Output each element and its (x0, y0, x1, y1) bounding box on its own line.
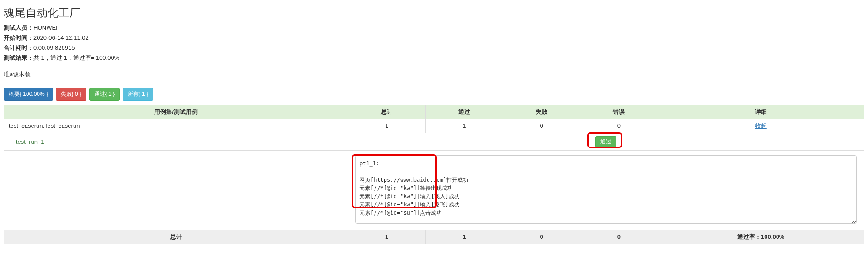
col-header-detail: 详细 (658, 105, 864, 119)
meta-tester: 测试人员：HUNWEI (4, 24, 864, 32)
meta-result: 测试结果：共 1，通过 1，通过率= 100.00% (4, 54, 864, 62)
case-row: test_run_1 通过 (4, 133, 864, 150)
col-header-fail: 失败 (503, 105, 580, 119)
case-status-badge[interactable]: 通过 (595, 136, 616, 147)
case-log-spacer (4, 150, 348, 230)
filter-all-button[interactable]: 所有{ 1 } (123, 88, 153, 101)
page-title: 魂尾自动化工厂 (4, 5, 864, 20)
suite-total: 1 (348, 119, 425, 133)
case-status-wrap: 通过 (595, 136, 616, 147)
suite-pass: 1 (425, 119, 503, 133)
filter-pass-button[interactable]: 通过{ 1 } (89, 88, 120, 101)
suite-row: test_caserun.Test_caserun 1 1 0 0 收起 (4, 119, 864, 133)
case-log-wrap (353, 155, 859, 225)
report-description: 唯a饭木领 (4, 70, 864, 79)
footer-pass: 1 (425, 230, 503, 244)
results-table: 用例集/测试用例 总计 通过 失败 错误 详细 test_caserun.Tes… (4, 105, 864, 244)
meta-duration-value: 0:00:09.826915 (33, 44, 75, 51)
meta-result-label: 测试结果： (4, 54, 33, 61)
suite-name: test_caserun.Test_caserun (4, 119, 348, 133)
footer-row: 总计 1 1 0 0 通过率：100.00% (4, 230, 864, 244)
filter-fail-button[interactable]: 失败{ 0 } (56, 88, 86, 101)
case-name: test_run_1 (4, 133, 348, 150)
case-log-row (4, 150, 864, 230)
col-header-case: 用例集/测试用例 (4, 105, 348, 119)
meta-tester-value: HUNWEI (33, 24, 58, 31)
filter-summary-button[interactable]: 概要{ 100.00% } (4, 88, 53, 101)
col-header-error: 错误 (580, 105, 658, 119)
footer-error: 0 (580, 230, 658, 244)
footer-label: 总计 (4, 230, 348, 244)
meta-start-time: 开始时间：2020-06-14 12:11:02 (4, 34, 864, 42)
table-header-row: 用例集/测试用例 总计 通过 失败 错误 详细 (4, 105, 864, 119)
case-status-cell: 通过 (348, 133, 864, 150)
col-header-total: 总计 (348, 105, 425, 119)
meta-start-value: 2020-06-14 12:11:02 (33, 34, 89, 41)
meta-tester-label: 测试人员： (4, 24, 33, 31)
case-log-textarea[interactable] (355, 155, 857, 224)
suite-error: 0 (580, 119, 658, 133)
case-log-cell (348, 150, 864, 230)
meta-result-value: 共 1，通过 1，通过率= 100.00% (33, 54, 119, 61)
suite-fail: 0 (503, 119, 580, 133)
meta-start-label: 开始时间： (4, 34, 33, 41)
footer-total: 1 (348, 230, 425, 244)
meta-duration-label: 合计耗时： (4, 44, 33, 51)
filter-button-row: 概要{ 100.00% } 失败{ 0 } 通过{ 1 } 所有{ 1 } (4, 88, 864, 101)
footer-fail: 0 (503, 230, 580, 244)
suite-collapse-link[interactable]: 收起 (755, 122, 767, 129)
footer-rate: 通过率：100.00% (658, 230, 864, 244)
meta-duration: 合计耗时：0:00:09.826915 (4, 44, 864, 52)
suite-detail-cell: 收起 (658, 119, 864, 133)
col-header-pass: 通过 (425, 105, 503, 119)
